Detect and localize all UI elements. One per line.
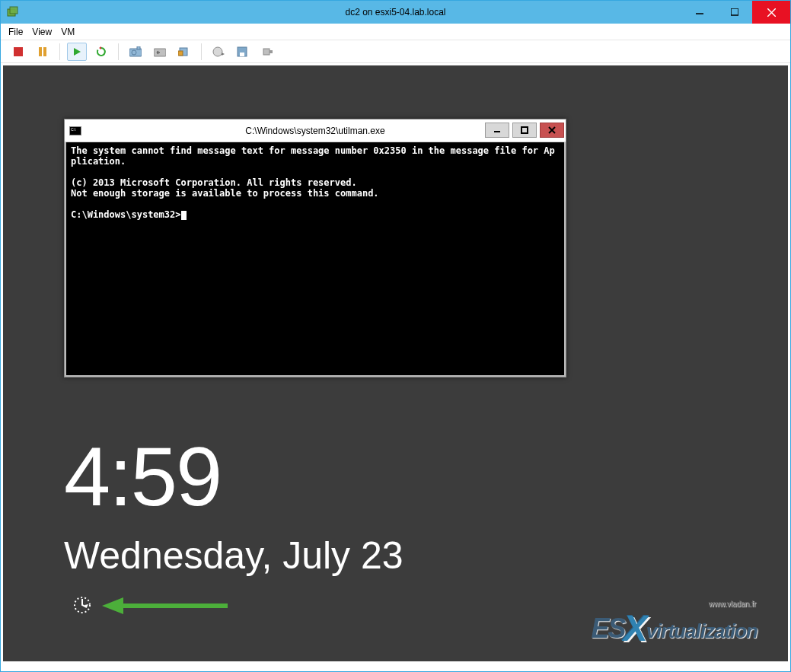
menu-vm[interactable]: VM <box>61 27 75 37</box>
svg-rect-7 <box>39 47 42 56</box>
toolbar-separator <box>59 43 60 60</box>
suspend-button[interactable] <box>33 43 53 61</box>
close-button[interactable] <box>752 1 790 24</box>
vm-console[interactable]: C:\Windows\system32\utilman.exe The syst… <box>2 65 789 670</box>
guest-lock-screen[interactable]: C:\Windows\system32\utilman.exe The syst… <box>3 65 788 669</box>
cmd-window[interactable]: C:\Windows\system32\utilman.exe The syst… <box>64 119 566 377</box>
vsphere-console-window: dc2 on esxi5-04.lab.local File View VM <box>0 0 791 672</box>
toolbar-separator <box>118 43 119 60</box>
menubar: File View VM <box>1 24 790 40</box>
menu-view[interactable]: View <box>32 27 52 37</box>
cmd-line: The system cannot find message text for … <box>71 145 555 167</box>
svg-rect-6 <box>14 47 23 56</box>
power-off-button[interactable] <box>8 43 28 61</box>
cmd-titlebar[interactable]: C:\Windows\system32\utilman.exe <box>65 119 566 142</box>
svg-rect-12 <box>137 46 140 49</box>
maximize-button[interactable] <box>717 1 752 24</box>
window-controls <box>682 1 790 24</box>
svg-marker-9 <box>74 48 81 56</box>
watermark-prefix: ES <box>592 613 625 645</box>
watermark-url: www.vladan.fr <box>709 600 756 608</box>
snapshot-button[interactable] <box>126 43 145 61</box>
toolbar <box>1 40 790 63</box>
svg-rect-1 <box>10 7 18 14</box>
lockscreen-date: Wednesday, July 23 <box>64 533 403 578</box>
reset-button[interactable] <box>91 43 111 61</box>
svg-point-17 <box>213 47 222 56</box>
cmd-title: C:\Windows\system32\utilman.exe <box>65 126 566 136</box>
svg-marker-18 <box>222 53 225 56</box>
lockscreen-time: 4:59 <box>64 428 221 524</box>
minimize-button[interactable] <box>682 1 717 24</box>
svg-marker-10 <box>99 46 101 49</box>
svg-rect-21 <box>263 49 270 55</box>
power-on-button[interactable] <box>67 43 87 61</box>
cmd-prompt: C:\Windows\system32> <box>71 209 181 220</box>
cmd-line: (c) 2013 Microsoft Corporation. All righ… <box>71 177 357 188</box>
svg-rect-3 <box>731 8 738 15</box>
watermark-logo: www.vladan.fr ES X virtualization <box>592 604 758 646</box>
watermark-suffix: virtualization <box>646 619 758 643</box>
svg-rect-8 <box>43 47 46 56</box>
cmd-line: Not enough storage is available to proce… <box>71 188 379 199</box>
window-title: dc2 on esxi5-04.lab.local <box>1 7 790 18</box>
svg-rect-22 <box>270 50 273 53</box>
watermark-x: X <box>624 607 648 649</box>
connect-cd-button[interactable] <box>209 43 228 61</box>
snapshot-manager-button[interactable] <box>174 43 194 61</box>
vsphere-icon <box>7 6 19 18</box>
cmd-output[interactable]: The system cannot find message text for … <box>65 142 566 377</box>
connect-floppy-button[interactable] <box>233 43 253 61</box>
svg-rect-20 <box>240 53 244 56</box>
revert-snapshot-button[interactable] <box>150 43 170 61</box>
svg-marker-30 <box>102 597 123 614</box>
titlebar[interactable]: dc2 on esxi5-04.lab.local <box>1 1 790 24</box>
menu-file[interactable]: File <box>8 27 23 37</box>
connect-usb-button[interactable] <box>257 43 277 61</box>
annotation-arrow-icon <box>102 594 231 617</box>
ease-of-access-button[interactable] <box>72 594 93 616</box>
cmd-cursor <box>181 211 187 220</box>
toolbar-separator <box>201 43 202 60</box>
svg-rect-16 <box>178 51 183 56</box>
